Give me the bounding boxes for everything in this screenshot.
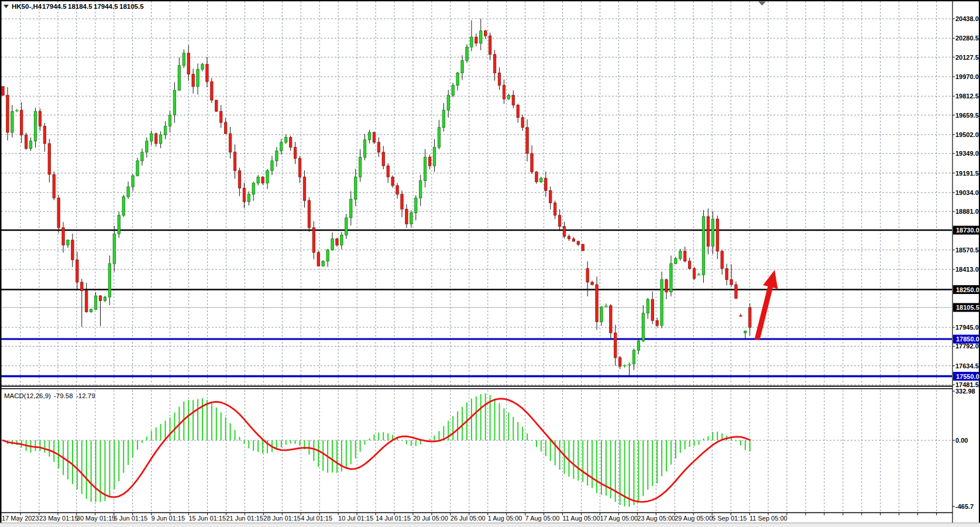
- candle-body: [345, 218, 348, 235]
- candle-body: [363, 140, 366, 158]
- macd-histogram-bar: [480, 394, 482, 440]
- candle-body: [132, 176, 134, 187]
- macd-histogram-bar: [146, 436, 147, 440]
- candle-body: [730, 280, 733, 285]
- candle-body: [684, 251, 686, 261]
- macd-histogram-bar: [114, 440, 115, 489]
- candle-body: [410, 213, 412, 224]
- candle-body: [62, 228, 64, 245]
- date-label: 15 Jun 01:15: [189, 515, 226, 522]
- candle-body: [452, 85, 454, 95]
- candle-body: [341, 235, 343, 245]
- candle-body: [271, 161, 273, 171]
- price-tick-label: 17792.0: [955, 343, 979, 350]
- candle-body: [71, 240, 74, 260]
- date-label: 5 Jun 01:15: [114, 515, 148, 522]
- macd-histogram-bar: [192, 400, 194, 440]
- candle-body: [387, 166, 389, 177]
- level-price-label: 17550.0: [956, 373, 979, 380]
- price-tick-label: 18413.0: [955, 266, 979, 273]
- macd-histogram-bar: [262, 440, 263, 453]
- macd-histogram-bar: [717, 432, 718, 440]
- trend-arrow[interactable]: [755, 270, 778, 340]
- date-label: 20 Jul 05:00: [413, 515, 448, 522]
- price-tick-label: 19191.5: [955, 170, 979, 177]
- price-tick-label: 17945.0: [955, 324, 979, 331]
- candle-body: [252, 183, 255, 194]
- candle-body: [563, 227, 565, 237]
- macd-histogram-bar: [300, 440, 301, 446]
- macd-histogram-bar: [165, 421, 166, 440]
- panel-frame: [0, 0, 980, 527]
- mt4-chart-window: 20438.020280.520127.519970.019812.519659…: [0, 0, 980, 527]
- level-price-label: 18730.0: [956, 227, 979, 234]
- macd-histogram-bar: [615, 440, 616, 502]
- macd-histogram-bar: [666, 440, 667, 471]
- annotations[interactable]: [755, 270, 778, 340]
- macd-histogram-bar: [188, 400, 189, 440]
- macd-histogram-bar: [221, 412, 222, 440]
- macd-histogram-bar: [731, 438, 732, 440]
- macd-histogram-bar: [699, 440, 700, 445]
- macd-histogram-bar: [541, 440, 542, 451]
- candle-body: [183, 53, 185, 66]
- macd-histogram-bar: [281, 440, 282, 447]
- price-axis[interactable]: 20438.020280.520127.519970.019812.519659…: [953, 15, 979, 507]
- macd-histogram-bar: [545, 440, 546, 456]
- date-label: 30 May 01:15: [77, 515, 116, 522]
- macd-histogram-bar: [235, 430, 236, 440]
- candle-body: [749, 307, 751, 327]
- candle-body: [447, 95, 449, 110]
- candle-body: [238, 171, 240, 189]
- candle-body: [405, 209, 408, 224]
- candle-body: [419, 181, 422, 199]
- candle-body: [517, 105, 519, 118]
- candle-body: [294, 147, 296, 158]
- candle-body: [169, 115, 171, 126]
- candle-body: [150, 134, 153, 141]
- candle-body: [670, 264, 672, 292]
- price-tick-label: 19349.0: [955, 150, 979, 157]
- candle-body: [298, 158, 301, 177]
- candle-body: [735, 285, 737, 298]
- macd-histogram-bar: [104, 440, 105, 501]
- price-tick-label: 18881.0: [955, 208, 979, 215]
- macd-histogram-bar: [373, 434, 374, 440]
- candle-body: [159, 135, 161, 143]
- macd-histogram-bar: [207, 400, 208, 440]
- macd-histogram-bar: [661, 440, 662, 476]
- candle-body: [702, 217, 704, 275]
- macd-histogram-bar: [749, 440, 751, 451]
- price-tick-label: 19659.5: [955, 112, 979, 119]
- candle-body: [243, 188, 245, 201]
- candle-body: [711, 219, 714, 247]
- candle-body: [679, 251, 682, 259]
- date-label: 10 Jul 01:15: [338, 515, 373, 522]
- macd-histogram-bar: [522, 427, 523, 440]
- macd-histogram-bar: [53, 440, 54, 462]
- macd-histogram-bar: [123, 440, 124, 473]
- candle-body: [57, 198, 60, 228]
- candle-body: [90, 309, 92, 312]
- candle-body: [507, 95, 510, 99]
- macd-signal-line: [3, 399, 750, 502]
- candle-body: [197, 69, 199, 87]
- candle-body: [118, 215, 120, 234]
- macd-histogram-bar: [81, 440, 82, 494]
- candle-body: [661, 280, 663, 326]
- candle-body: [146, 141, 148, 152]
- price-tick-label: 20438.0: [955, 15, 979, 22]
- macd-histogram-bar: [44, 440, 45, 453]
- macd-histogram-bar: [142, 440, 143, 443]
- candle-body: [503, 85, 505, 99]
- macd-histogram-bar: [656, 440, 658, 483]
- candle-body: [53, 174, 55, 198]
- macd-axis-zero: 0.00: [955, 437, 968, 444]
- symbol-dropdown-icon[interactable]: [4, 5, 9, 8]
- macd-histogram-bar: [365, 440, 366, 444]
- candle-body: [34, 111, 36, 141]
- macd-histogram-bar: [573, 440, 574, 479]
- macd-histogram-bar: [35, 440, 36, 451]
- macd-histogram-bar: [383, 432, 384, 440]
- time-axis[interactable]: 17 May 202323 May 01:1530 May 01:155 Jun…: [2, 513, 937, 522]
